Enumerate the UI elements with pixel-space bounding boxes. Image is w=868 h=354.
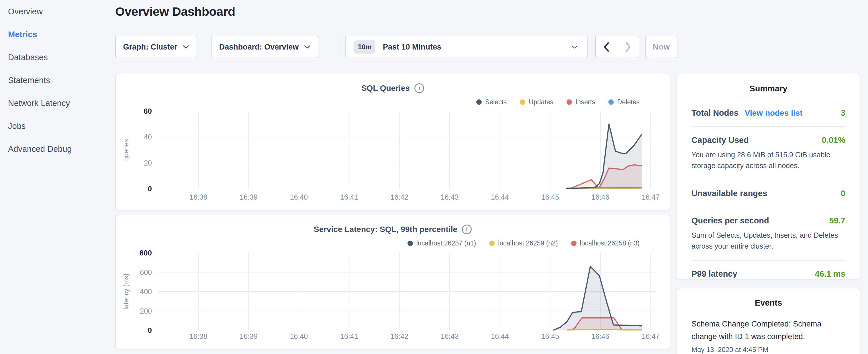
- summary-label: Queries per second: [691, 216, 769, 225]
- series-dot: [407, 240, 413, 246]
- summary-panel: Summary Total Nodes View nodes list 3 Ca…: [677, 74, 860, 280]
- info-icon[interactable]: i: [462, 225, 472, 234]
- sidebar-item-metrics[interactable]: Metrics: [0, 23, 115, 46]
- legend-label: localhost:26259 (n2): [498, 239, 558, 247]
- toolbar-divider: [340, 36, 340, 58]
- time-range-badge: 10m: [354, 40, 375, 54]
- summary-description: You are using 28.6 MiB of 515.9 GiB usab…: [691, 150, 845, 171]
- graph-dropdown-label: Graph: Cluster: [123, 43, 177, 52]
- svg-text:16:39: 16:39: [240, 193, 258, 201]
- svg-text:16:41: 16:41: [340, 193, 358, 201]
- sidebar-item-overview[interactable]: Overview: [0, 0, 115, 23]
- summary-title: Summary: [677, 84, 860, 93]
- summary-row-capacity-used: Capacity Used 0.01% You are using 28.6 M…: [691, 127, 845, 180]
- summary-row-queries-per-second: Queries per second 59.7 Sum of Selects, …: [691, 207, 845, 261]
- sidebar-item-jobs[interactable]: Jobs: [0, 115, 115, 137]
- series-dot: [476, 99, 482, 105]
- svg-text:16:40: 16:40: [290, 332, 308, 340]
- svg-text:20: 20: [144, 159, 152, 167]
- chevron-down-icon: [183, 45, 189, 49]
- sidebar-item-network-latency[interactable]: Network Latency: [0, 92, 115, 115]
- svg-text:0: 0: [148, 185, 152, 193]
- legend-label: Deletes: [617, 98, 640, 106]
- series-dot: [608, 99, 614, 105]
- time-forward-button[interactable]: [617, 36, 639, 58]
- summary-label: Capacity Used: [691, 135, 749, 145]
- svg-text:16:42: 16:42: [390, 332, 408, 340]
- chevron-down-icon: [304, 45, 311, 49]
- service-latency-chart-card: Service Latency: SQL, 99th percentile i …: [115, 215, 670, 349]
- svg-text:16:38: 16:38: [189, 193, 208, 201]
- time-nav-group: [595, 36, 639, 58]
- legend-item-updates[interactable]: Updates: [520, 98, 553, 106]
- now-button[interactable]: Now: [645, 36, 677, 58]
- summary-value: 0.01%: [822, 135, 845, 145]
- event-message[interactable]: Schema Change Completed: Schema change w…: [677, 318, 860, 343]
- svg-text:60: 60: [144, 107, 152, 116]
- legend-label: Selects: [485, 98, 507, 106]
- svg-text:queries: queries: [122, 139, 130, 161]
- summary-value: 3: [841, 108, 845, 118]
- svg-text:600: 600: [140, 268, 152, 277]
- legend-item-inserts[interactable]: Inserts: [566, 98, 595, 106]
- svg-text:16:47: 16:47: [642, 193, 660, 201]
- summary-row-total-nodes: Total Nodes View nodes list 3: [691, 100, 845, 127]
- svg-text:16:45: 16:45: [541, 193, 559, 201]
- summary-description: Sum of Selects, Updates, Inserts, and De…: [691, 230, 845, 252]
- events-panel: Events Schema Change Completed: Schema c…: [677, 288, 860, 354]
- summary-label: P99 latency: [691, 269, 737, 279]
- svg-text:16:44: 16:44: [491, 193, 509, 201]
- page-title: Overview Dashboard: [115, 5, 235, 19]
- chevron-down-icon: [571, 44, 578, 50]
- chart-legend: localhost:26257 (n1) localhost:26259 (n2…: [407, 239, 640, 247]
- info-icon[interactable]: i: [414, 83, 424, 93]
- view-nodes-list-link[interactable]: View nodes list: [745, 108, 803, 118]
- event-timestamp: May 13, 2020 at 4:45 PM: [677, 346, 860, 354]
- summary-value: 59.7: [829, 216, 845, 225]
- legend-label: localhost:26257 (n1): [416, 239, 476, 247]
- sql-queries-chart-card: SQL Queries i Selects Updates Inserts De…: [115, 74, 670, 210]
- events-title: Events: [677, 298, 860, 308]
- summary-row-unavailable-ranges: Unavailable ranges 0: [691, 180, 845, 207]
- legend-label: Inserts: [576, 98, 595, 106]
- svg-text:400: 400: [140, 288, 152, 296]
- time-range-select[interactable]: 10m Past 10 Minutes: [345, 36, 588, 58]
- sidebar-item-advanced-debug[interactable]: Advanced Debug: [0, 137, 115, 160]
- sidebar-item-statements[interactable]: Statements: [0, 69, 115, 92]
- summary-label: Total Nodes: [691, 108, 739, 118]
- svg-text:16:43: 16:43: [441, 193, 459, 201]
- svg-text:16:39: 16:39: [240, 332, 258, 340]
- sql-queries-chart-canvas[interactable]: 16:3816:3916:4016:4116:4216:4316:4416:45…: [116, 74, 670, 210]
- svg-text:200: 200: [140, 307, 152, 315]
- legend-item-n3[interactable]: localhost:26258 (n3): [571, 239, 640, 247]
- legend-item-n2[interactable]: localhost:26259 (n2): [489, 239, 558, 247]
- summary-label: Unavailable ranges: [691, 189, 767, 198]
- graph-dropdown[interactable]: Graph: Cluster: [115, 36, 197, 58]
- summary-row-p99-latency: P99 latency 46.1 ms: [691, 261, 845, 287]
- sidebar-item-databases[interactable]: Databases: [0, 46, 115, 69]
- svg-text:16:43: 16:43: [441, 332, 459, 340]
- svg-text:16:47: 16:47: [642, 332, 660, 340]
- svg-text:16:46: 16:46: [591, 332, 610, 340]
- legend-item-deletes[interactable]: Deletes: [608, 98, 640, 106]
- chart-legend: Selects Updates Inserts Deletes: [476, 98, 640, 106]
- svg-text:16:45: 16:45: [541, 332, 559, 340]
- legend-item-selects[interactable]: Selects: [476, 98, 507, 106]
- chevron-right-icon: [625, 42, 631, 52]
- legend-item-n1[interactable]: localhost:26257 (n1): [407, 239, 476, 247]
- svg-text:16:40: 16:40: [290, 193, 308, 201]
- svg-text:800: 800: [140, 249, 152, 257]
- svg-text:0: 0: [148, 326, 152, 334]
- time-back-button[interactable]: [596, 36, 617, 58]
- series-dot: [571, 240, 577, 246]
- legend-label: localhost:26258 (n3): [580, 239, 640, 247]
- svg-text:16:38: 16:38: [189, 332, 208, 340]
- svg-text:latency (ms): latency (ms): [122, 273, 130, 309]
- service-latency-chart-canvas[interactable]: 16:3816:3916:4016:4116:4216:4316:4416:45…: [116, 215, 670, 349]
- dashboard-dropdown-label: Dashboard: Overview: [219, 43, 299, 52]
- series-dot: [566, 99, 572, 105]
- dashboard-dropdown[interactable]: Dashboard: Overview: [212, 36, 318, 58]
- chevron-left-icon: [603, 42, 610, 52]
- svg-text:16:41: 16:41: [340, 332, 358, 340]
- chart-title: SQL Queries: [361, 84, 410, 93]
